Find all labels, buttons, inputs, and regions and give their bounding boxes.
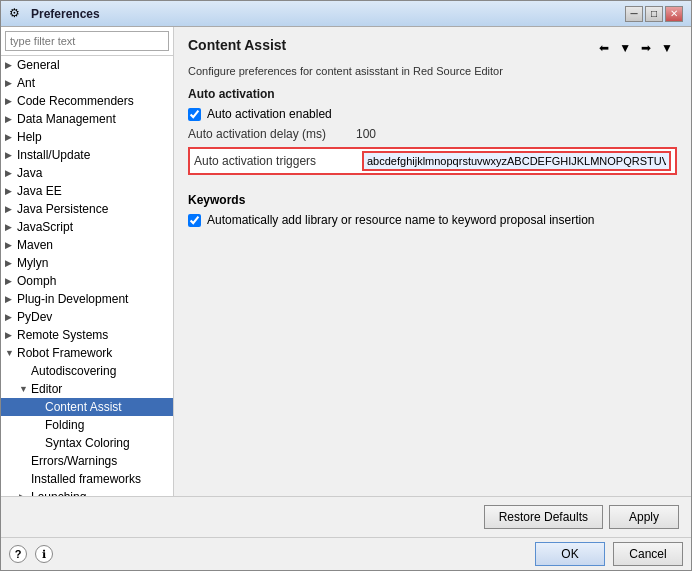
tree-item-code-recommenders[interactable]: ▶Code Recommenders [1, 92, 173, 110]
help-icon[interactable]: ? [9, 545, 27, 563]
dialog-body: ▶General▶Ant▶Code Recommenders▶Data Mana… [1, 27, 691, 496]
tree-arrow-editor: ▼ [19, 384, 31, 394]
tree-label-java-persistence: Java Persistence [17, 202, 108, 216]
tree-item-java-ee[interactable]: ▶Java EE [1, 182, 173, 200]
auto-activation-enabled-checkbox[interactable] [188, 108, 201, 121]
tree-item-install-update[interactable]: ▶Install/Update [1, 146, 173, 164]
tree-item-errors-warnings[interactable]: Errors/Warnings [1, 452, 173, 470]
tree-item-pydev[interactable]: ▶PyDev [1, 308, 173, 326]
tree-arrow-java-ee: ▶ [5, 186, 17, 196]
tree-arrow-java-persistence: ▶ [5, 204, 17, 214]
tree-arrow-remote-systems: ▶ [5, 330, 17, 340]
tree-items: ▶General▶Ant▶Code Recommenders▶Data Mana… [1, 56, 173, 496]
auto-activation-enabled-row: Auto activation enabled [188, 107, 677, 121]
tree-scroll-area[interactable]: ▶General▶Ant▶Code Recommenders▶Data Mana… [1, 56, 173, 496]
tree-label-plugin-development: Plug-in Development [17, 292, 128, 306]
tree-item-data-management[interactable]: ▶Data Management [1, 110, 173, 128]
apply-button[interactable]: Apply [609, 505, 679, 529]
tree-arrow-ant: ▶ [5, 78, 17, 88]
triggers-label: Auto activation triggers [194, 154, 354, 168]
tree-item-help[interactable]: ▶Help [1, 128, 173, 146]
delay-value: 100 [356, 127, 376, 141]
tree-arrow-code-recommenders: ▶ [5, 96, 17, 106]
top-button-row: Restore Defaults Apply [13, 505, 679, 529]
ok-button[interactable]: OK [535, 542, 605, 566]
tree-item-maven[interactable]: ▶Maven [1, 236, 173, 254]
forward-button[interactable]: ➡ [637, 39, 655, 57]
tree-arrow-data-management: ▶ [5, 114, 17, 124]
minimize-button[interactable]: ─ [625, 6, 643, 22]
tree-item-autodiscovering[interactable]: Autodiscovering [1, 362, 173, 380]
tree-item-installed-frameworks[interactable]: Installed frameworks [1, 470, 173, 488]
tree-item-general[interactable]: ▶General [1, 56, 173, 74]
tree-label-data-management: Data Management [17, 112, 116, 126]
content-title: Content Assist [188, 37, 286, 53]
tree-arrow-plugin-development: ▶ [5, 294, 17, 304]
tree-item-plugin-development[interactable]: ▶Plug-in Development [1, 290, 173, 308]
add-library-label: Automatically add library or resource na… [207, 213, 595, 227]
restore-defaults-button[interactable]: Restore Defaults [484, 505, 603, 529]
tree-arrow-general: ▶ [5, 60, 17, 70]
tree-container: ▶General▶Ant▶Code Recommenders▶Data Mana… [1, 56, 173, 496]
back-button[interactable]: ⬅ [595, 39, 613, 57]
help-bar: ? ℹ OK Cancel [1, 537, 691, 570]
tree-item-folding[interactable]: Folding [1, 416, 173, 434]
main-content: Content Assist ⬅ ▼ ➡ ▼ Configure prefere… [174, 27, 691, 496]
tree-item-content-assist[interactable]: Content Assist [1, 398, 173, 416]
tree-arrow-java: ▶ [5, 168, 17, 178]
tree-arrow-help: ▶ [5, 132, 17, 142]
tree-arrow-pydev: ▶ [5, 312, 17, 322]
tree-label-oomph: Oomph [17, 274, 56, 288]
tree-item-robot-framework[interactable]: ▼Robot Framework [1, 344, 173, 362]
tree-item-remote-systems[interactable]: ▶Remote Systems [1, 326, 173, 344]
maximize-button[interactable]: □ [645, 6, 663, 22]
title-buttons: ─ □ ✕ [625, 6, 683, 22]
tree-item-java-persistence[interactable]: ▶Java Persistence [1, 200, 173, 218]
forward-dropdown-button[interactable]: ▼ [657, 39, 677, 57]
tree-item-mylyn[interactable]: ▶Mylyn [1, 254, 173, 272]
tree-label-help: Help [17, 130, 42, 144]
tree-item-oomph[interactable]: ▶Oomph [1, 272, 173, 290]
dropdown-button[interactable]: ▼ [615, 39, 635, 57]
tree-label-installed-frameworks: Installed frameworks [31, 472, 141, 486]
keywords-section: Keywords [188, 193, 677, 207]
bottom-bar: Restore Defaults Apply [1, 496, 691, 537]
tree-label-java: Java [17, 166, 42, 180]
tree-label-editor: Editor [31, 382, 62, 396]
delay-label: Auto activation delay (ms) [188, 127, 348, 141]
tree-label-content-assist: Content Assist [45, 400, 122, 414]
close-button[interactable]: ✕ [665, 6, 683, 22]
title-bar: ⚙ Preferences ─ □ ✕ [1, 1, 691, 27]
auto-activation-enabled-label: Auto activation enabled [207, 107, 332, 121]
filter-input[interactable] [5, 31, 169, 51]
tree-label-mylyn: Mylyn [17, 256, 48, 270]
tree-label-ant: Ant [17, 76, 35, 90]
info-icon[interactable]: ℹ [35, 545, 53, 563]
description: Configure preferences for content asisst… [188, 65, 677, 77]
tree-label-code-recommenders: Code Recommenders [17, 94, 134, 108]
nav-icons: ⬅ ▼ ➡ ▼ [595, 39, 677, 57]
add-library-checkbox[interactable] [188, 214, 201, 227]
tree-label-remote-systems: Remote Systems [17, 328, 108, 342]
tree-label-general: General [17, 58, 60, 72]
tree-label-pydev: PyDev [17, 310, 52, 324]
tree-item-syntax-coloring[interactable]: Syntax Coloring [1, 434, 173, 452]
tree-item-editor[interactable]: ▼Editor [1, 380, 173, 398]
filter-box [1, 27, 173, 56]
sidebar: ▶General▶Ant▶Code Recommenders▶Data Mana… [1, 27, 174, 496]
dialog-icon: ⚙ [9, 6, 25, 22]
cancel-button[interactable]: Cancel [613, 542, 683, 566]
tree-arrow-oomph: ▶ [5, 276, 17, 286]
triggers-input[interactable] [362, 151, 671, 171]
tree-item-launching[interactable]: ▶Launching [1, 488, 173, 496]
tree-item-javascript[interactable]: ▶JavaScript [1, 218, 173, 236]
tree-item-ant[interactable]: ▶Ant [1, 74, 173, 92]
tree-item-java[interactable]: ▶Java [1, 164, 173, 182]
tree-label-folding: Folding [45, 418, 84, 432]
tree-label-java-ee: Java EE [17, 184, 62, 198]
auto-activation-triggers-row: Auto activation triggers [188, 147, 677, 175]
tree-label-robot-framework: Robot Framework [17, 346, 112, 360]
preferences-dialog: ⚙ Preferences ─ □ ✕ ▶General▶Ant▶Code Re… [0, 0, 692, 571]
tree-label-javascript: JavaScript [17, 220, 73, 234]
tree-label-install-update: Install/Update [17, 148, 90, 162]
